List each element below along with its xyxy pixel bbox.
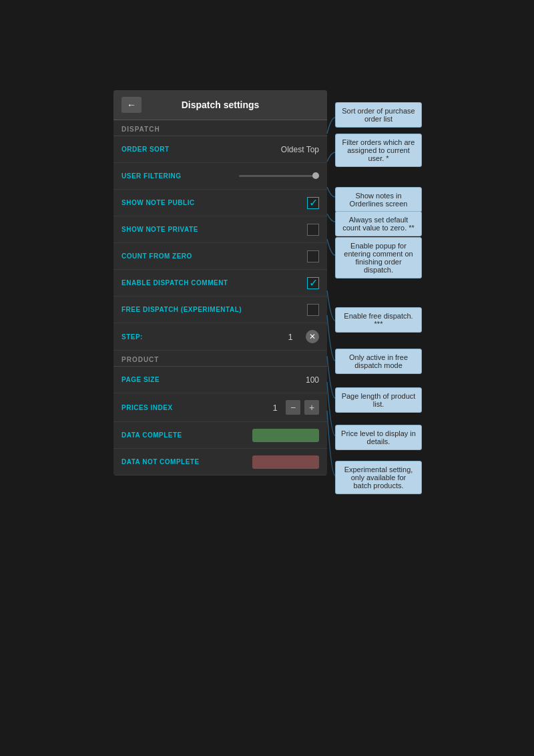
count-from-zero-control[interactable] (307, 250, 319, 262)
slider-thumb (312, 172, 319, 179)
panel-header: ← Dispatch settings (113, 90, 327, 120)
prices-index-row: PRICES INDEX 1 − + (113, 393, 327, 422)
tooltip-only-active-box: Only active in free dispatch mode (335, 349, 422, 374)
tooltip-sort-order-box: Sort order of purchase order list (335, 102, 422, 128)
count-from-zero-row: COUNT FROM ZERO (113, 243, 327, 270)
order-sort-label: ORDER SORT (121, 146, 281, 153)
tooltip-page-length-box: Page length of product list. (335, 387, 422, 413)
user-filtering-label: USER FILTERING (121, 172, 239, 180)
dispatch-settings-panel: ← Dispatch settings DISPATCH ORDER SORT … (113, 90, 327, 476)
prices-index-control[interactable]: 1 − + (268, 400, 319, 415)
step-row: STEP: 1 ✕ (113, 323, 327, 351)
show-note-public-checkbox[interactable]: ✓ (307, 197, 319, 209)
tooltip-enable-free-box: Enable free dispatch. *** (335, 307, 422, 333)
page-size-value: 100 (306, 375, 319, 385)
enable-dispatch-comment-label: ENABLE DISPATCH COMMENT (121, 279, 307, 287)
count-from-zero-checkbox[interactable] (307, 250, 319, 262)
show-note-private-row: SHOW NOTE PRIVATE (113, 216, 327, 243)
free-dispatch-label: FREE DISPATCH (EXPERIMENTAL) (121, 306, 307, 313)
free-dispatch-checkbox[interactable] (307, 304, 319, 316)
free-dispatch-control[interactable] (307, 304, 319, 316)
show-note-public-label: SHOW NOTE PUBLIC (121, 199, 307, 206)
product-section-label: PRODUCT (113, 351, 327, 367)
prices-index-increment-button[interactable]: + (304, 400, 319, 415)
panel-title: Dispatch settings (150, 100, 291, 110)
step-label: STEP: (121, 333, 280, 341)
step-control[interactable]: 1 ✕ (280, 330, 319, 343)
page-size-label: PAGE SIZE (121, 376, 306, 383)
enable-dispatch-comment-checkbox[interactable]: ✓ (307, 277, 319, 289)
data-complete-swatch[interactable] (252, 429, 319, 442)
enable-dispatch-comment-row: ENABLE DISPATCH COMMENT ✓ (113, 270, 327, 297)
order-sort-row: ORDER SORT Oldest Top (113, 136, 327, 163)
data-not-complete-swatch[interactable] (252, 455, 319, 469)
show-note-private-checkbox[interactable] (307, 224, 319, 236)
tooltip-experimental-box: Experimental setting, only available for… (335, 461, 422, 494)
tooltip-filter-orders-box: Filter orders which are assigned to curr… (335, 134, 422, 167)
prices-index-value: 1 (268, 403, 282, 413)
prices-index-decrement-button[interactable]: − (286, 400, 300, 415)
page-size-control: 100 (306, 375, 319, 385)
prices-index-label: PRICES INDEX (121, 404, 268, 411)
show-note-public-row: SHOW NOTE PUBLIC ✓ (113, 190, 327, 216)
show-note-private-control[interactable] (307, 224, 319, 236)
tooltip-show-notes-box: Show notes in Orderlines screen (335, 187, 422, 212)
free-dispatch-row: FREE DISPATCH (EXPERIMENTAL) (113, 297, 327, 323)
data-not-complete-label: DATA NOT COMPLETE (121, 458, 252, 465)
data-complete-control[interactable] (252, 429, 319, 442)
data-complete-label: DATA COMPLETE (121, 431, 252, 439)
count-from-zero-label: COUNT FROM ZERO (121, 252, 307, 260)
step-clear-button[interactable]: ✕ (306, 330, 319, 343)
data-complete-row: DATA COMPLETE (113, 422, 327, 449)
dispatch-section-label: DISPATCH (113, 120, 327, 136)
show-note-private-label: SHOW NOTE PRIVATE (121, 226, 307, 233)
tooltip-always-set-box: Always set default count value to zero. … (335, 211, 422, 236)
order-sort-control[interactable]: Oldest Top (281, 145, 319, 154)
user-filtering-slider[interactable] (239, 175, 319, 177)
user-filtering-row: USER FILTERING (113, 163, 327, 190)
page-size-row: PAGE SIZE 100 (113, 367, 327, 393)
show-note-public-control[interactable]: ✓ (307, 197, 319, 209)
order-sort-value[interactable]: Oldest Top (281, 145, 319, 154)
tooltip-price-level-box: Price level to display in details. (335, 425, 422, 450)
data-not-complete-row: DATA NOT COMPLETE (113, 449, 327, 476)
back-button[interactable]: ← (121, 97, 142, 113)
data-not-complete-control[interactable] (252, 455, 319, 469)
step-value: 1 (280, 332, 300, 342)
user-filtering-control[interactable] (239, 175, 319, 177)
tooltip-enable-popup-box: Enable popup for entering comment on fin… (335, 237, 422, 278)
enable-dispatch-comment-control[interactable]: ✓ (307, 277, 319, 289)
